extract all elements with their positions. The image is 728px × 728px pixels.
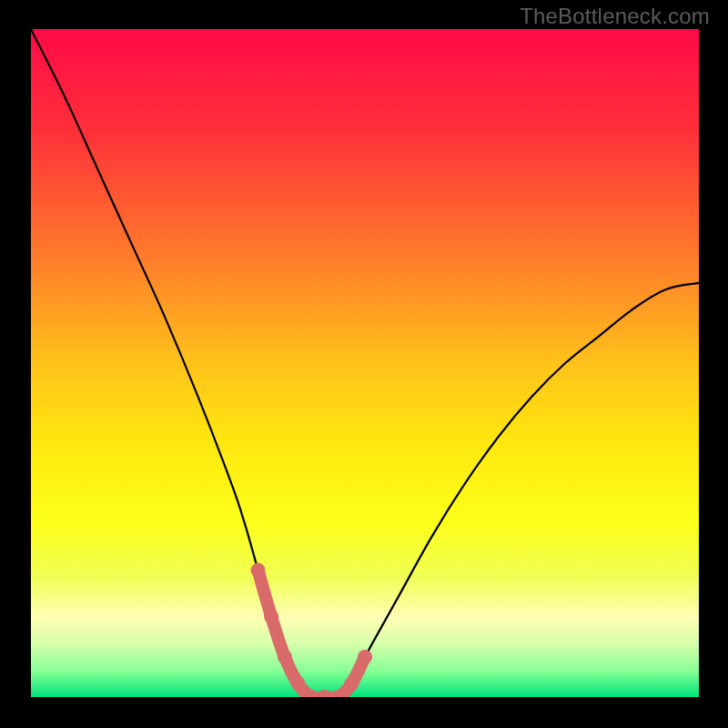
chart-frame: TheBottleneck.com [0, 0, 728, 728]
svg-point-2 [278, 650, 292, 664]
gradient-background [31, 29, 699, 697]
svg-point-0 [251, 563, 266, 578]
chart-plot-area [31, 29, 699, 697]
svg-point-8 [358, 650, 372, 664]
watermark-text: TheBottleneck.com [520, 4, 710, 29]
chart-svg [31, 29, 699, 697]
svg-point-3 [291, 676, 306, 691]
svg-point-7 [344, 676, 359, 691]
svg-point-1 [264, 610, 278, 624]
